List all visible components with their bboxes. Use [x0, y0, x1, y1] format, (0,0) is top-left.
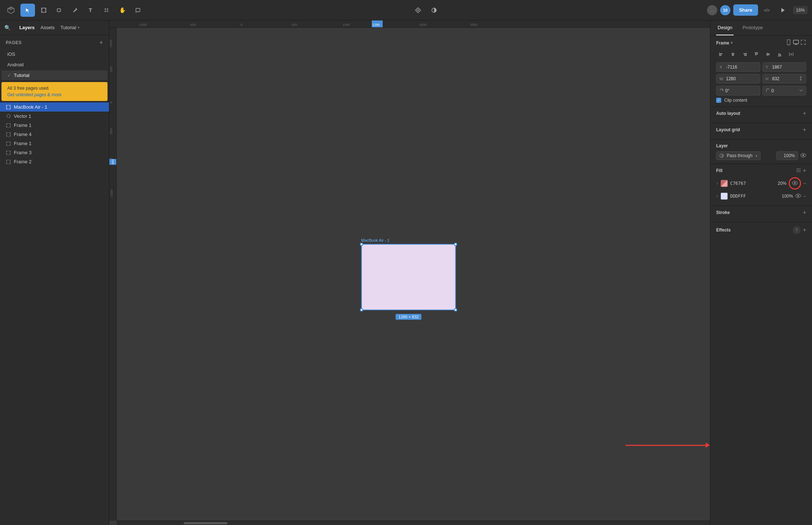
add-page-button[interactable]: + [99, 39, 103, 46]
selection-handle-tr[interactable] [454, 243, 457, 246]
check-icon: ✓ [7, 73, 11, 78]
select-tool[interactable] [20, 4, 35, 17]
dimension-label: 1280 × 832 [395, 314, 421, 320]
zoom-indicator[interactable]: 16% [793, 6, 808, 14]
frame-dropdown-arrow[interactable]: ▾ [731, 40, 733, 45]
fill-color-swatch-1[interactable] [721, 180, 728, 187]
w-input[interactable]: W 1280 [716, 74, 760, 83]
stroke-add-button[interactable]: + [803, 210, 806, 215]
selection-handle-br[interactable] [454, 308, 457, 311]
svg-marker-15 [417, 9, 419, 12]
comment-tool[interactable] [130, 4, 145, 17]
canvas-area[interactable]: -1000 -500 0 500 1000 1280 2000 2500 128… [109, 20, 710, 525]
frame-desktop-icon[interactable] [793, 39, 799, 46]
svg-rect-17 [6, 105, 11, 109]
page-item-ios[interactable]: iOS [1, 49, 108, 59]
ruler-left: -1000 -500 0 -500 -832 -1500 -832 [109, 28, 117, 521]
constraint-icon[interactable] [799, 76, 803, 81]
app-logo[interactable] [4, 4, 17, 17]
align-bottom[interactable] [774, 49, 785, 59]
layer-item-frame4[interactable]: Frame 4 [0, 130, 109, 139]
component-tool[interactable] [99, 4, 114, 17]
frame-tool[interactable] [36, 4, 51, 17]
svg-marker-2 [8, 7, 11, 10]
share-button[interactable]: Share [733, 4, 758, 16]
effects-help-icon[interactable]: ? [793, 226, 801, 234]
layout-grid-title: Layout grid [716, 127, 740, 132]
layout-grid-add[interactable]: + [803, 127, 806, 133]
frame-label: MacBook Air - 1 [361, 238, 456, 242]
align-left[interactable] [716, 49, 726, 59]
contrast-icon[interactable] [427, 4, 441, 17]
layer-item-frame2[interactable]: Frame 2 [0, 157, 109, 166]
fill-opacity-1: 20% [773, 181, 786, 186]
svg-rect-10 [105, 8, 106, 10]
layer-item-vector1[interactable]: Vector 1 [0, 112, 109, 121]
tool-group-frame [36, 4, 66, 17]
hand-tool[interactable]: ✋ [115, 4, 130, 17]
pen-tool[interactable] [68, 4, 82, 17]
fill-drag-handle-2[interactable]: ≡ [716, 194, 718, 198]
clip-content-row[interactable]: ✓ Clip content [716, 98, 806, 103]
canvas-viewport[interactable]: MacBook Air - 1 1280 × 832 [117, 28, 710, 521]
tab-design[interactable]: Design [716, 20, 734, 35]
fill-grid-icon[interactable] [796, 168, 801, 174]
selection-handle-bl[interactable] [360, 308, 363, 311]
search-icon[interactable]: 🔍 [4, 25, 11, 31]
opacity-input[interactable]: 100% [776, 151, 798, 160]
notification-link[interactable]: Get unlimited pages & more [7, 92, 62, 97]
fill-color-swatch-2[interactable] [721, 192, 728, 200]
distribute-h[interactable] [786, 49, 796, 59]
effects-add-button[interactable]: + [803, 227, 806, 233]
tab-prototype[interactable]: Prototype [741, 20, 764, 35]
frame-resize-icon[interactable] [800, 39, 806, 46]
h-input[interactable]: H 832 [762, 74, 807, 83]
play-button[interactable] [776, 4, 790, 17]
fill-hex-2[interactable]: DDDFFF [730, 194, 777, 199]
rotation-input[interactable]: 0° [716, 86, 760, 96]
layer-item-frame1a[interactable]: Frame 1 [0, 121, 109, 130]
layer-visibility-icon[interactable] [800, 153, 806, 159]
shape-tool[interactable] [52, 4, 66, 17]
fill-drag-handle-1[interactable]: ≡ [716, 181, 718, 186]
corner-expand-icon[interactable] [799, 88, 803, 93]
x-input[interactable]: X -7116 [716, 62, 760, 72]
selection-handle-tl[interactable] [360, 243, 363, 246]
svg-point-81 [798, 170, 799, 171]
frame-phone-icon[interactable] [786, 39, 792, 46]
layer-item-frame1b[interactable]: Frame 1 [0, 139, 109, 148]
layer-item-frame3[interactable]: Frame 3 [0, 148, 109, 157]
tab-layers[interactable]: Layers [19, 23, 35, 32]
canvas-scrollbar[interactable] [117, 521, 710, 525]
page-item-android[interactable]: Android [1, 60, 108, 70]
fill-visibility-icon-1[interactable] [792, 181, 798, 186]
components-icon[interactable] [411, 4, 425, 17]
svg-rect-43 [6, 160, 11, 164]
auto-layout-add[interactable]: + [803, 110, 806, 116]
fill-remove-1[interactable]: − [803, 180, 806, 186]
toolbar: T ✋ [0, 0, 812, 20]
fill-visibility-icon-2[interactable] [795, 194, 801, 199]
y-input[interactable]: Y 1867 [762, 62, 807, 72]
fill-add-button[interactable]: + [803, 168, 806, 174]
text-tool[interactable]: T [83, 4, 98, 17]
layer-item-macbook[interactable]: MacBook Air - 1 [0, 102, 109, 112]
tab-tutorial[interactable]: Tutorial ▾ [60, 25, 79, 30]
align-center-h[interactable] [728, 49, 738, 59]
frame-box[interactable]: 1280 × 832 [361, 244, 456, 310]
corner-input[interactable]: 0 [762, 86, 807, 96]
fill-hex-1[interactable]: C76767 [730, 181, 771, 186]
fill-remove-2[interactable]: − [803, 193, 806, 199]
blend-mode-dropdown[interactable]: Pass through ▾ [716, 151, 761, 160]
align-right[interactable] [739, 49, 750, 59]
ruler-mark: 2500 [470, 23, 477, 27]
toolbar-center [147, 4, 706, 17]
align-top[interactable] [751, 49, 761, 59]
code-view-button[interactable]: </> [761, 4, 773, 17]
align-middle-v[interactable] [763, 49, 773, 59]
page-item-tutorial[interactable]: ✓ Tutorial [1, 70, 108, 80]
scrollbar-thumb[interactable] [184, 522, 227, 524]
position-grid: X -7116 Y 1867 W 1280 H 832 [716, 62, 806, 83]
clip-content-checkbox[interactable]: ✓ [716, 98, 721, 103]
tab-assets[interactable]: Assets [40, 23, 55, 32]
